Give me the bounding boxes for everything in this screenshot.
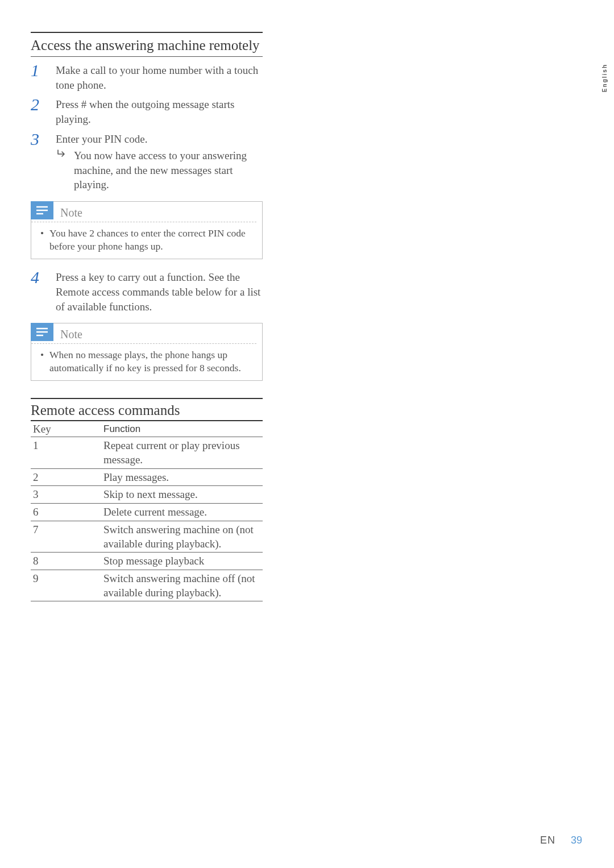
- step-result: You now have access to your answering ma…: [57, 148, 263, 192]
- cmd-function: Repeat current or play previous message.: [101, 437, 263, 468]
- cmd-function: Delete current message.: [101, 504, 263, 521]
- step-text: Enter your PIN code. You now have access…: [56, 130, 263, 193]
- step-number: 1: [31, 61, 56, 80]
- table-row: 9 Switch answering machine off (not avai…: [31, 570, 263, 601]
- footer-lang-code: EN: [540, 834, 555, 846]
- note-box: Note You have 2 chances to enter the cor…: [31, 201, 263, 259]
- note-label: Note: [60, 328, 82, 341]
- section-rule: [31, 32, 263, 33]
- step-item: 4 Press a key to carry out a function. S…: [31, 268, 263, 314]
- step-text: Press a key to carry out a function. See…: [56, 268, 263, 314]
- table-row: 3 Skip to next message.: [31, 486, 263, 504]
- note-header: Note: [31, 202, 256, 222]
- note-box: Note When no message plays, the phone ha…: [31, 323, 263, 381]
- cmd-function: Play messages.: [101, 468, 263, 486]
- table-row: 7 Switch answering machine on (not avail…: [31, 521, 263, 552]
- step-number: 4: [31, 268, 56, 286]
- section-rule: [31, 398, 263, 399]
- table-row: 2 Play messages.: [31, 468, 263, 486]
- note-header: Note: [31, 323, 256, 344]
- table-header-function: Function: [101, 421, 263, 437]
- step-item: 2 Press # when the outgoing message star…: [31, 95, 263, 126]
- step-item: 3 Enter your PIN code. You now have acce…: [31, 130, 263, 193]
- footer-page-number: 39: [571, 834, 582, 846]
- cmd-function: Skip to next message.: [101, 486, 263, 504]
- cmd-key: 2: [31, 468, 101, 486]
- table-row: 8 Stop message playback: [31, 553, 263, 570]
- main-content-column: Access the answering machine remotely 1 …: [31, 32, 263, 601]
- cmd-key: 3: [31, 486, 101, 504]
- cmd-key: 1: [31, 437, 101, 468]
- cmd-key: 7: [31, 521, 101, 552]
- note-bullet: You have 2 chances to enter the correct …: [39, 227, 254, 253]
- cmd-function: Stop message playback: [101, 553, 263, 570]
- section-title-access: Access the answering machine remotely: [31, 36, 263, 57]
- commands-section: Remote access commands Key Function 1 Re…: [31, 398, 263, 601]
- step-number: 3: [31, 130, 56, 148]
- cmd-key: 9: [31, 570, 101, 601]
- table-row: 1 Repeat current or play previous messag…: [31, 437, 263, 468]
- cmd-key: 6: [31, 504, 101, 521]
- note-body: You have 2 chances to enter the correct …: [31, 227, 262, 253]
- step-text-inner: Enter your PIN code.: [56, 133, 147, 145]
- table-row: 6 Delete current message.: [31, 504, 263, 521]
- steps-list-continued: 4 Press a key to carry out a function. S…: [31, 268, 263, 314]
- steps-list: 1 Make a call to your home number with a…: [31, 61, 263, 192]
- step-item: 1 Make a call to your home number with a…: [31, 61, 263, 92]
- cmd-key: 8: [31, 553, 101, 570]
- cmd-function: Switch answering machine on (not availab…: [101, 521, 263, 552]
- step-text: Press # when the outgoing message starts…: [56, 95, 263, 126]
- cmd-function: Switch answering machine off (not availa…: [101, 570, 263, 601]
- note-label: Note: [60, 206, 82, 219]
- table-header-key: Key: [31, 421, 101, 437]
- language-side-label: English: [601, 64, 608, 92]
- commands-table: Key Function 1 Repeat current or play pr…: [31, 420, 263, 601]
- note-icon: [31, 323, 53, 341]
- step-number: 2: [31, 95, 56, 114]
- step-text: Make a call to your home number with a t…: [56, 61, 263, 92]
- page-footer: EN 39: [540, 834, 582, 846]
- note-bullet: When no message plays, the phone hangs u…: [39, 348, 254, 375]
- note-body: When no message plays, the phone hangs u…: [31, 348, 262, 375]
- step-result-text: You now have access to your answering ma…: [74, 148, 263, 192]
- note-icon: [31, 201, 53, 219]
- section-title-commands: Remote access commands: [31, 402, 263, 420]
- result-arrow-icon: [57, 149, 69, 159]
